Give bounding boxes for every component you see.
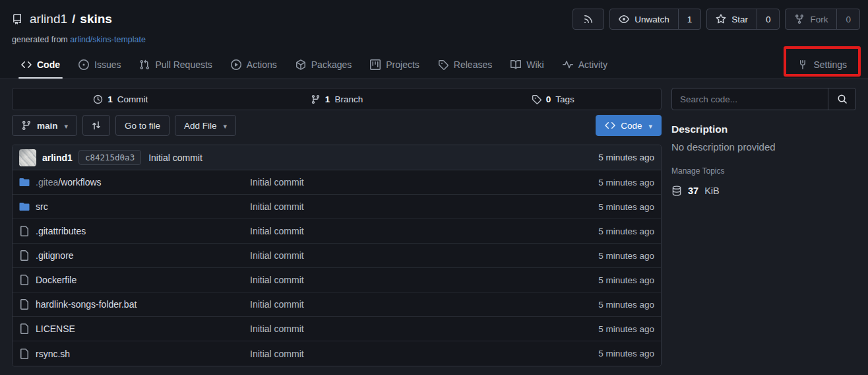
folder-icon bbox=[19, 177, 30, 188]
branch-selector[interactable]: main bbox=[12, 115, 77, 136]
tab-wiki[interactable]: Wiki bbox=[501, 52, 553, 79]
file-name-link[interactable]: LICENSE bbox=[36, 324, 75, 334]
folder-icon bbox=[19, 201, 30, 212]
repo-owner-link[interactable]: arlind1 bbox=[30, 12, 67, 26]
rss-icon bbox=[583, 14, 594, 24]
table-row: LICENSE Initial commit 5 minutes ago bbox=[13, 317, 661, 341]
file-commit-time: 5 minutes ago bbox=[598, 178, 654, 188]
commit-sha-badge[interactable]: c84215d0a3 bbox=[78, 150, 141, 165]
compare-button[interactable] bbox=[82, 115, 110, 136]
tag-icon bbox=[532, 94, 542, 104]
file-commit-message[interactable]: Initial commit bbox=[250, 201, 598, 212]
commit-time: 5 minutes ago bbox=[598, 153, 654, 162]
manage-topics-link[interactable]: Manage Topics bbox=[671, 166, 856, 176]
file-name-link[interactable]: Dockerfile bbox=[36, 275, 77, 285]
unwatch-button-group: Unwatch 1 bbox=[609, 9, 701, 30]
tag-icon bbox=[438, 59, 449, 70]
search-input[interactable] bbox=[672, 88, 828, 110]
fork-button[interactable]: Fork bbox=[786, 9, 836, 29]
unwatch-button[interactable]: Unwatch bbox=[610, 9, 678, 29]
file-icon bbox=[19, 349, 30, 359]
tab-releases[interactable]: Releases bbox=[429, 52, 501, 79]
file-name-link[interactable]: .gitea/workflows bbox=[36, 177, 102, 188]
fork-icon bbox=[794, 14, 805, 24]
tab-packages[interactable]: Packages bbox=[286, 52, 361, 79]
file-icon bbox=[19, 299, 30, 310]
compare-icon bbox=[91, 120, 102, 131]
file-name-link[interactable]: hardlink-songs-folder.bat bbox=[36, 299, 137, 310]
table-row: rsync.sh Initial commit 5 minutes ago bbox=[13, 341, 661, 366]
repo-sidebar: Description No description provided Mana… bbox=[671, 88, 856, 366]
forks-count[interactable]: 0 bbox=[836, 9, 859, 29]
fork-button-group: Fork 0 bbox=[785, 9, 860, 30]
issue-icon bbox=[78, 59, 89, 70]
latest-commit-row: arlind1 c84215d0a3 Initial commit 5 minu… bbox=[13, 145, 661, 170]
repo-size: 37 KiB bbox=[671, 186, 856, 196]
tab-pull-requests[interactable]: Pull Requests bbox=[130, 52, 221, 79]
tab-issues[interactable]: Issues bbox=[69, 52, 130, 79]
file-commit-time: 5 minutes ago bbox=[598, 202, 654, 212]
stars-count[interactable]: 0 bbox=[757, 9, 780, 29]
file-commit-message[interactable]: Initial commit bbox=[250, 226, 598, 236]
file-commit-message[interactable]: Initial commit bbox=[250, 275, 598, 285]
rss-button[interactable] bbox=[573, 9, 604, 30]
repo-header: arlind1 / skins generated from arlind/sk… bbox=[0, 0, 868, 79]
commit-message-link[interactable]: Initial commit bbox=[148, 153, 202, 163]
file-table: arlind1 c84215d0a3 Initial commit 5 minu… bbox=[12, 145, 662, 366]
file-commit-time: 5 minutes ago bbox=[598, 324, 654, 334]
file-commit-message[interactable]: Initial commit bbox=[250, 250, 598, 261]
file-commit-message[interactable]: Initial commit bbox=[250, 299, 598, 310]
tab-actions[interactable]: Actions bbox=[222, 52, 286, 79]
file-icon bbox=[19, 275, 30, 285]
file-name-link[interactable]: .gitattributes bbox=[36, 226, 86, 236]
avatar[interactable] bbox=[19, 149, 36, 166]
chevron-down-icon bbox=[647, 121, 652, 131]
code-download-button[interactable]: Code bbox=[596, 115, 662, 136]
file-commit-message[interactable]: Initial commit bbox=[250, 324, 598, 334]
description-text: No description provided bbox=[671, 141, 856, 153]
file-commit-time: 5 minutes ago bbox=[598, 300, 654, 310]
stat-branch[interactable]: 1Branch bbox=[229, 94, 445, 104]
go-to-file-button[interactable]: Go to file bbox=[115, 115, 170, 136]
tab-settings[interactable]: Settings bbox=[788, 52, 856, 79]
star-icon bbox=[716, 14, 726, 24]
file-commit-time: 5 minutes ago bbox=[598, 349, 654, 358]
table-row: .gitignore Initial commit 5 minutes ago bbox=[13, 244, 661, 268]
file-name-link[interactable]: .gitignore bbox=[36, 250, 74, 261]
commit-author-link[interactable]: arlind1 bbox=[42, 153, 73, 163]
file-name-link[interactable]: src bbox=[36, 201, 48, 212]
stat-tags[interactable]: 0Tags bbox=[445, 94, 661, 104]
clock-icon bbox=[93, 94, 103, 104]
star-button-group: Star 0 bbox=[706, 9, 780, 30]
repo-name-link[interactable]: skins bbox=[80, 12, 112, 26]
chevron-down-icon bbox=[63, 121, 69, 131]
repo-stats-bar: 1Commit1Branch0Tags bbox=[12, 88, 662, 110]
tab-projects[interactable]: Projects bbox=[361, 52, 429, 79]
file-commit-message[interactable]: Initial commit bbox=[250, 177, 598, 188]
star-button[interactable]: Star bbox=[707, 9, 757, 29]
pull-request-icon bbox=[139, 59, 150, 70]
tab-code[interactable]: Code bbox=[12, 52, 69, 79]
search-button[interactable] bbox=[828, 88, 855, 110]
file-icon bbox=[19, 226, 30, 236]
tab-activity[interactable]: Activity bbox=[553, 52, 617, 79]
search-icon bbox=[837, 94, 848, 104]
repo-toolbar: main Go to file Add File Code bbox=[12, 115, 662, 136]
main-content: 1Commit1Branch0Tags main Go to file Add … bbox=[0, 79, 868, 366]
chevron-down-icon bbox=[222, 121, 228, 131]
pulse-icon bbox=[563, 59, 573, 70]
database-icon bbox=[671, 186, 682, 196]
book-icon bbox=[511, 59, 521, 70]
table-row: hardlink-songs-folder.bat Initial commit… bbox=[13, 292, 661, 317]
eye-icon bbox=[619, 14, 629, 24]
file-name-link[interactable]: rsync.sh bbox=[36, 349, 70, 359]
repo-title: arlind1 / skins bbox=[30, 12, 112, 26]
template-link[interactable]: arlind/skins-template bbox=[70, 35, 146, 44]
file-commit-time: 5 minutes ago bbox=[598, 226, 654, 236]
repo-tabs: Code Issues Pull Requests Actions Packag… bbox=[12, 52, 856, 79]
watchers-count[interactable]: 1 bbox=[678, 9, 701, 29]
stat-commit[interactable]: 1Commit bbox=[13, 94, 229, 104]
file-commit-message[interactable]: Initial commit bbox=[250, 349, 598, 359]
repo-files-column: 1Commit1Branch0Tags main Go to file Add … bbox=[12, 88, 662, 366]
add-file-button[interactable]: Add File bbox=[175, 115, 236, 136]
